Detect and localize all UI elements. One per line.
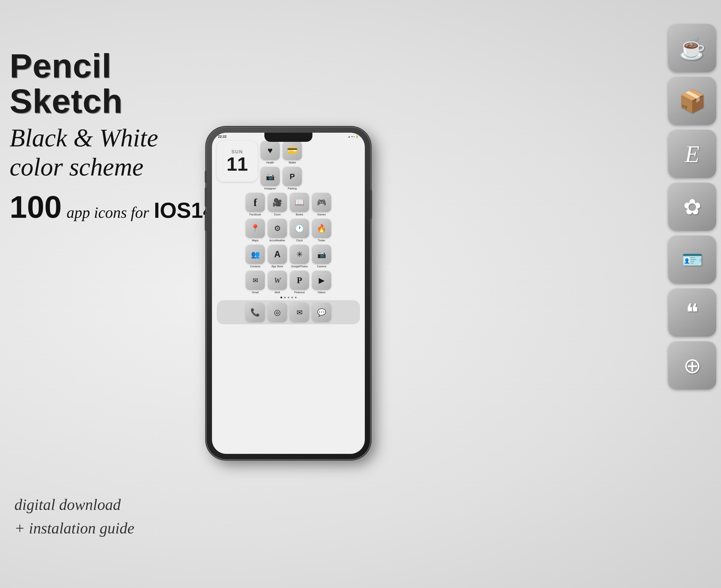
games-label: Games	[317, 213, 326, 216]
app-icon-tinder[interactable]: 🔥	[312, 219, 331, 238]
phone-mockup: 22:22 ▲ ▪▪ ▪ 🔋 SUN 11	[197, 7, 380, 579]
app-icon-accuweather[interactable]: ⚙	[268, 219, 287, 238]
accuweather-icon: ⚙	[274, 224, 281, 233]
app-icon-mail[interactable]: ✉	[290, 303, 309, 322]
app-cell-gmail: ✉ Gmail	[246, 271, 265, 294]
app-cell-health: ♥ Health	[260, 141, 280, 164]
app-cell-contacts: 👥 Contacts	[246, 245, 265, 268]
status-icons: ▲ ▪▪ ▪ 🔋	[348, 135, 359, 138]
camera-icon: 📷	[317, 250, 326, 259]
clock-label: Clock	[296, 239, 303, 242]
app-icon-maps[interactable]: 📍	[246, 219, 265, 238]
app-icon-camera[interactable]: 📷	[312, 245, 331, 264]
phone-screen: 22:22 ▲ ▪▪ ▪ 🔋 SUN 11	[212, 133, 365, 454]
dot-2	[284, 297, 286, 298]
app-icon-pinterest[interactable]: P	[290, 271, 309, 290]
app-cell-wallet: 💳 Wallet	[283, 141, 302, 164]
dock: 📞 ◎ ✉ 💬	[217, 300, 360, 324]
app-icon-gmail[interactable]: ✉	[246, 271, 265, 290]
app-icon-phone[interactable]: 📞	[246, 303, 265, 322]
app-cell-parking: P Parking	[283, 167, 302, 190]
page-dots	[217, 297, 360, 298]
app-icon-wolt[interactable]: W	[268, 271, 287, 290]
top-right-row1: ♥ Health 💳 Wallet	[260, 141, 302, 164]
app-icon-googlephotos[interactable]: ✳	[290, 245, 309, 264]
contacts-icon: 👥	[251, 250, 260, 259]
quotes-icon: ❝	[686, 298, 699, 327]
app-icon-clock[interactable]: 🕐	[290, 219, 309, 238]
phone-icon: 📞	[250, 308, 260, 317]
box-icon: 📦	[679, 88, 706, 114]
app-icon-health[interactable]: ♥	[260, 141, 280, 160]
tinder-label: Tinder	[318, 239, 325, 242]
appstore-icon: A	[274, 249, 280, 259]
side-icon-coffee: ☕	[668, 24, 716, 72]
count-line: 100 app icons for IOS14	[9, 189, 226, 225]
side-icon-etsy: E	[668, 130, 716, 178]
maps-label: Maps	[252, 239, 259, 242]
phone-body: 22:22 ▲ ▪▪ ▪ 🔋 SUN 11	[207, 127, 370, 459]
wallet-label: Wallet	[289, 161, 296, 164]
bottom-line1: digital download	[15, 493, 134, 517]
books-icon: 📖	[295, 198, 304, 207]
app-icon-facebook[interactable]: f	[246, 193, 265, 212]
app-cell-zoom: 🎥 Zoom	[268, 193, 287, 216]
app-icon-contacts[interactable]: 👥	[246, 245, 265, 264]
subtitle-line2: color scheme	[9, 153, 226, 182]
app-icon-wallet[interactable]: 💳	[283, 141, 302, 160]
count-text: app icons for	[67, 204, 149, 222]
app-icon-games[interactable]: 🎮	[312, 193, 331, 212]
etsy-icon: E	[685, 140, 699, 168]
side-icon-card: 🪪	[668, 236, 716, 284]
safari-icon: ◎	[274, 308, 281, 317]
parking-icon: P	[290, 172, 295, 181]
app-icon-zoom[interactable]: 🎥	[268, 193, 287, 212]
side-panel: ☕ 📦 E ✿ 🪪 ❝ ⊕	[668, 24, 716, 390]
contacts-label: Contacts	[250, 265, 260, 268]
health-icon: ♥	[268, 145, 273, 155]
bottom-line2: + instalation guide	[15, 517, 134, 540]
status-time: 22:22	[218, 134, 227, 139]
wolt-icon: W	[274, 276, 281, 285]
facebook-label: Facebook	[250, 213, 261, 216]
zoom-label: Zoom	[274, 213, 281, 216]
wallet-icon: 💳	[287, 145, 298, 155]
app-icon-messages[interactable]: 💬	[312, 303, 331, 322]
parking-label: Parking	[288, 187, 297, 190]
dock-messages: 💬	[312, 303, 331, 322]
card-icon: 🪪	[682, 250, 703, 270]
app-icon-parking[interactable]: P	[283, 167, 302, 186]
zoom-icon: 🎥	[273, 198, 282, 207]
side-icon-box: 📦	[668, 77, 716, 125]
app-icon-books[interactable]: 📖	[290, 193, 309, 212]
app-icon-appstore[interactable]: A	[268, 245, 287, 264]
calendar-widget: SUN 11	[217, 141, 258, 182]
app-icon-videos[interactable]: ▶	[312, 271, 331, 290]
app-row-2: 📍 Maps ⚙ AccuWeather 🕐 Cl	[217, 219, 360, 242]
subtitle-text1: Black & White	[9, 124, 158, 152]
calendar-date: 11	[227, 154, 248, 174]
app-icon-safari[interactable]: ◎	[268, 303, 287, 322]
gmail-label: Gmail	[252, 291, 259, 294]
dot-5	[295, 297, 297, 298]
app-cell-wolt: W Wolt	[268, 271, 287, 294]
app-icon-instagram[interactable]: 📷	[260, 167, 280, 186]
googlephotos-icon: ✳	[296, 250, 303, 259]
app-cell-pinterest: P Pinterest	[290, 271, 309, 294]
count-number: 100	[9, 189, 62, 225]
maps-icon: 📍	[250, 224, 260, 233]
coffee-icon: ☕	[679, 36, 706, 61]
googlephotos-label: GooglePhotos	[291, 265, 308, 268]
pinterest-icon: P	[297, 275, 302, 285]
side-icon-flower: ✿	[668, 183, 716, 231]
app-cell-instagram: 📷 Instagram	[260, 167, 280, 190]
dock-safari: ◎	[268, 303, 287, 322]
videos-icon: ▶	[319, 276, 325, 285]
instagram-icon: 📷	[266, 172, 275, 181]
app-cell-videos: ▶ Videos	[312, 271, 331, 294]
app-cell-camera: 📷 Camera	[312, 245, 331, 268]
flower-icon: ✿	[683, 194, 701, 219]
subtitle-block: Black & White color scheme	[9, 124, 226, 182]
app-cell-maps: 📍 Maps	[246, 219, 265, 242]
subtitle-text2: color scheme	[9, 153, 144, 181]
